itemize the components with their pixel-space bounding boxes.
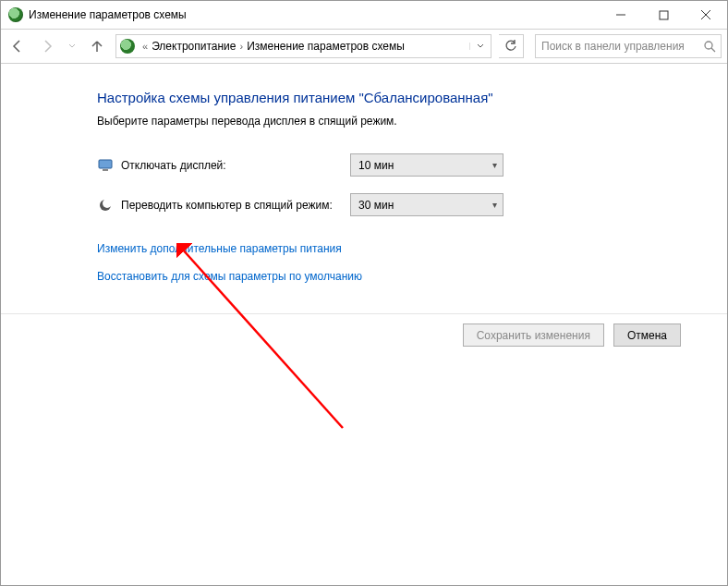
window-title: Изменение параметров схемы xyxy=(29,8,600,21)
monitor-icon xyxy=(97,157,114,174)
setting-row-display-off: Отключать дисплей: 10 мин ▾ xyxy=(97,153,727,177)
window: Изменение параметров схемы xyxy=(0,0,728,586)
setting-label-display-off: Отключать дисплей: xyxy=(121,159,350,172)
window-controls xyxy=(600,1,727,29)
close-icon xyxy=(700,9,711,20)
save-button[interactable]: Сохранить изменения xyxy=(463,324,604,347)
search-box[interactable] xyxy=(535,34,722,58)
refresh-button[interactable] xyxy=(499,34,524,58)
up-button[interactable] xyxy=(86,35,108,57)
svg-point-4 xyxy=(705,42,712,49)
maximize-button[interactable] xyxy=(642,1,685,29)
link-advanced-power[interactable]: Изменить дополнительные параметры питани… xyxy=(97,242,342,255)
page-heading: Настройка схемы управления питанием "Сба… xyxy=(97,90,727,105)
search-icon xyxy=(698,40,721,53)
refresh-icon xyxy=(504,40,517,53)
chevron-down-icon: ▾ xyxy=(492,160,497,170)
chevron-right-icon: › xyxy=(240,41,244,52)
up-arrow-icon xyxy=(90,39,104,54)
moon-icon xyxy=(97,197,114,214)
cancel-button[interactable]: Отмена xyxy=(613,324,681,347)
minimize-button[interactable] xyxy=(600,1,642,29)
breadcrumb[interactable]: « Электропитание › Изменение параметров … xyxy=(115,34,491,58)
link-restore-defaults[interactable]: Восстановить для схемы параметры по умол… xyxy=(97,270,362,283)
titlebar: Изменение параметров схемы xyxy=(1,1,727,30)
setting-row-sleep: Переводить компьютер в спящий режим: 30 … xyxy=(97,193,727,216)
buttons-row: Сохранить изменения Отмена xyxy=(1,313,727,356)
close-button[interactable] xyxy=(685,1,727,29)
combo-display-off[interactable]: 10 мин ▾ xyxy=(350,153,504,177)
back-button[interactable] xyxy=(6,35,29,57)
chevron-down-icon xyxy=(477,43,484,50)
back-arrow-icon xyxy=(10,39,25,54)
svg-point-9 xyxy=(103,199,112,208)
combo-sleep-value: 30 мин xyxy=(358,199,394,212)
navbar: « Электропитание › Изменение параметров … xyxy=(1,30,727,64)
power-options-icon xyxy=(120,39,135,54)
power-options-icon xyxy=(8,7,23,22)
svg-rect-6 xyxy=(99,160,112,168)
recent-locations-button[interactable] xyxy=(66,35,79,57)
svg-rect-1 xyxy=(660,11,668,19)
breadcrumb-item-2[interactable]: Изменение параметров схемы xyxy=(247,40,405,53)
setting-label-sleep: Переводить компьютер в спящий режим: xyxy=(121,199,350,212)
combo-display-off-value: 10 мин xyxy=(358,159,394,172)
links-group: Изменить дополнительные параметры питани… xyxy=(97,242,727,283)
svg-line-5 xyxy=(711,48,715,52)
breadcrumb-dropdown[interactable] xyxy=(469,43,491,50)
breadcrumb-prefix: « xyxy=(142,41,148,52)
page-subheading: Выберите параметры перевода дисплея в сп… xyxy=(97,115,727,128)
svg-rect-7 xyxy=(103,169,108,171)
content-area: Настройка схемы управления питанием "Сба… xyxy=(1,64,727,586)
forward-arrow-icon xyxy=(40,39,55,54)
combo-sleep[interactable]: 30 мин ▾ xyxy=(350,193,504,216)
chevron-down-icon xyxy=(68,43,76,50)
breadcrumb-item-1[interactable]: Электропитание xyxy=(152,40,236,53)
minimize-icon xyxy=(615,9,626,20)
chevron-down-icon: ▾ xyxy=(492,200,497,210)
forward-button[interactable] xyxy=(36,35,58,57)
maximize-icon xyxy=(659,10,669,20)
search-input[interactable] xyxy=(536,40,698,53)
